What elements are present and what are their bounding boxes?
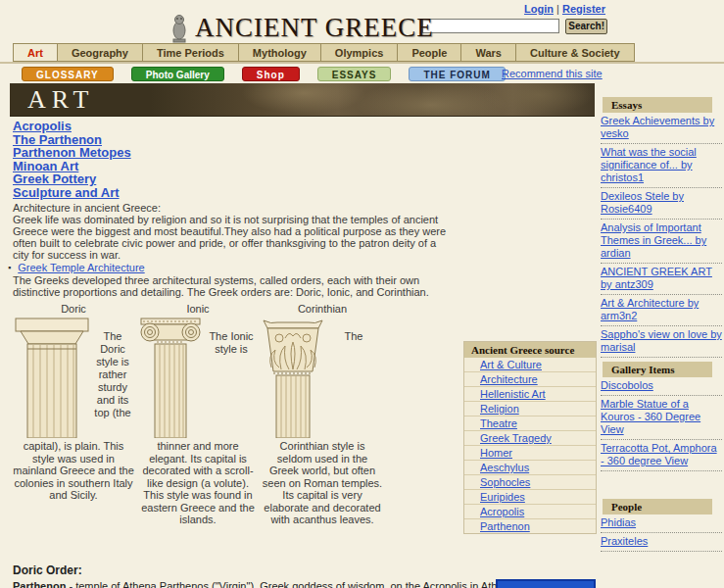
order-description: Corinthian style is seldom used in the G… — [262, 440, 383, 526]
shop-button[interactable]: Shop — [242, 67, 300, 81]
page-title: ART — [27, 85, 94, 115]
nav-tab[interactable]: Time Periods — [142, 43, 239, 62]
sidebar-link-item: Sappho's view on love by marisal — [601, 326, 722, 358]
source-link[interactable]: Theatre — [480, 417, 517, 429]
source-link[interactable]: Sophocles — [480, 476, 530, 488]
search-button[interactable]: Search! — [565, 19, 607, 34]
order-side-text: The — [324, 317, 383, 343]
sidebar-section: Essays Greek Achievements by veskoWhat w… — [601, 97, 722, 358]
site-title: ANCIENT GREECE — [195, 13, 434, 43]
sidebar-link-item: Analysis of Important Themes in Greek...… — [601, 220, 722, 264]
sidebar-section: People PhidiasPraxiteles — [601, 499, 722, 552]
source-link-item: Theatre — [464, 416, 596, 430]
greek-temple-architecture-link[interactable]: Greek Temple Architecture — [18, 262, 144, 273]
sidebar-link[interactable]: Dexileos Stele by Rosie6409 — [601, 190, 684, 215]
sidebar-link-item: Greek Achievements by vesko — [601, 113, 722, 144]
nav-tab[interactable]: Art — [13, 43, 58, 62]
sidebar-link-item: Dexileos Stele by Rosie6409 — [601, 188, 722, 220]
source-box: Ancient Greece source Art & CultureArchi… — [463, 341, 597, 534]
nav-tabs: ArtGeographyTime PeriodsMythologyOlympic… — [14, 43, 635, 62]
source-link-list: Art & CultureArchitectureHellenistic Art… — [464, 358, 596, 533]
definition-text: - temple of Athena Parthenos ("Virgin"),… — [66, 580, 514, 588]
art-banner: ART — [10, 83, 595, 116]
source-link[interactable]: Homer — [480, 447, 512, 459]
source-link-item: Aeschylus — [464, 460, 596, 474]
order-corinthian: Corinthian — [262, 303, 383, 526]
source-link[interactable]: Acropolis — [480, 506, 524, 517]
source-link[interactable]: Aeschylus — [480, 462, 529, 473]
nav-tab[interactable]: Mythology — [238, 43, 321, 62]
sidebar-link[interactable]: Marble Statue of a Kouros - 360 Degree V… — [601, 398, 700, 435]
sidebar-section-header: People — [603, 499, 712, 514]
quick-link[interactable]: Minoan Art — [13, 160, 452, 173]
source-link-item: Religion — [464, 401, 596, 416]
quick-link[interactable]: Greek Pottery — [13, 172, 452, 186]
search-input[interactable] — [422, 19, 559, 33]
source-link[interactable]: Hellenistic Art — [480, 388, 546, 400]
bottom-section: Doric Order: Parthenon - temple of Athen… — [13, 564, 561, 588]
toolbar: GLOSSARY Photo Gallery Shop ESSAYS THE F… — [22, 67, 506, 81]
quick-link[interactable]: The Parthenon — [13, 133, 452, 147]
source-link[interactable]: Euripides — [480, 491, 525, 503]
sidebar-link-item: ANCIENT GREEK ART by antz309 — [601, 264, 722, 295]
source-link[interactable]: Religion — [480, 403, 519, 415]
source-link[interactable]: Parthenon — [480, 520, 530, 532]
login-link[interactable]: Login — [524, 3, 554, 15]
nav-tab[interactable]: Geography — [57, 43, 143, 62]
nav-tab[interactable]: People — [397, 43, 461, 62]
sidebar-link-list: Greek Achievements by veskoWhat was the … — [601, 113, 722, 358]
auth-separator: | — [556, 3, 559, 15]
order-label: Doric — [13, 303, 134, 315]
sidebar-link-item: Terracotta Pot, Amphora - 360 degree Vie… — [601, 440, 722, 471]
quick-link[interactable]: Parthenon Metopes — [13, 146, 452, 160]
sidebar-link-list: PhidiasPraxiteles — [601, 514, 722, 552]
source-link-item: Euripides — [464, 489, 596, 504]
column-orders: Doric — [13, 303, 387, 526]
source-link-item: Homer — [464, 445, 596, 460]
source-link-item: Hellenistic Art — [464, 386, 596, 401]
intro-heading: Architecture in ancient Greece: — [13, 202, 452, 214]
sidebar-section: Gallery Items DiscobolosMarble Statue of… — [601, 362, 722, 471]
glossary-button[interactable]: GLOSSARY — [22, 67, 114, 81]
forum-button[interactable]: THE FORUM — [409, 67, 505, 81]
sidebar-link[interactable]: What was the social significance of... b… — [601, 146, 697, 183]
sidebar-link[interactable]: Greek Achievements by vesko — [601, 115, 714, 139]
site-logo[interactable]: ANCIENT GREECE — [169, 13, 434, 43]
doric-order-heading: Doric Order: — [13, 564, 561, 577]
orders-paragraph: The Greeks developed three architectural… — [13, 274, 452, 298]
source-link-item: Art & Culture — [464, 358, 596, 371]
sidebar-link[interactable]: ANCIENT GREEK ART by antz309 — [601, 266, 712, 290]
nav-tab[interactable]: Olympics — [320, 43, 399, 62]
corinthian-column-image — [262, 317, 324, 438]
source-link[interactable]: Art & Culture — [480, 359, 542, 370]
sidebar-link[interactable]: Discobolos — [601, 379, 653, 391]
order-description: capital), is plain. This style was used … — [13, 440, 134, 502]
essays-button[interactable]: ESSAYS — [317, 67, 392, 81]
ionic-column-image — [137, 317, 204, 438]
source-link[interactable]: Greek Tragedy — [480, 432, 552, 444]
quick-link[interactable]: Sculpture and Art — [13, 186, 452, 200]
nav-tab[interactable]: Wars — [460, 43, 516, 62]
order-side-text: The Ionic style is — [204, 317, 259, 356]
sidebar-link-item: Discobolos — [601, 377, 722, 396]
order-side-text: The Doric style is rather sturdy and its… — [91, 317, 134, 419]
sidebar-link-item: What was the social significance of... b… — [601, 144, 722, 188]
sidebar-link[interactable]: Sappho's view on love by marisal — [601, 328, 722, 353]
photo-gallery-button[interactable]: Photo Gallery — [131, 67, 224, 81]
quick-link[interactable]: Acropolis — [13, 120, 452, 133]
sidebar-link[interactable]: Analysis of Important Themes in Greek...… — [601, 221, 706, 259]
order-description: thinner and more elegant. Its capital is… — [137, 440, 259, 526]
source-link-item: Parthenon — [464, 518, 596, 533]
recommend-site-link[interactable]: Recommend this site — [502, 68, 603, 79]
sidebar-link[interactable]: Art & Architecture by arm3n2 — [601, 297, 699, 321]
source-link[interactable]: Architecture — [480, 373, 538, 385]
nav-tab[interactable]: Culture & Society — [515, 43, 635, 62]
sidebar-section-header: Gallery Items — [603, 362, 712, 377]
sidebar-link[interactable]: Terracotta Pot, Amphora - 360 degree Vie… — [601, 442, 717, 466]
sidebar-link[interactable]: Praxiteles — [601, 535, 648, 547]
sidebar-link-list: DiscobolosMarble Statue of a Kouros - 36… — [601, 377, 722, 471]
register-link[interactable]: Register — [562, 3, 605, 15]
source-link-item: Acropolis — [464, 504, 596, 518]
sidebar-link[interactable]: Phidias — [601, 516, 636, 528]
bullet-line: Greek Temple Architecture — [8, 262, 452, 273]
